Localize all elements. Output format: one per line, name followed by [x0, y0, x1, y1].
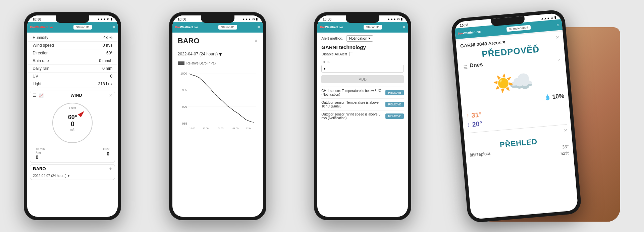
compass-arrow-icon	[78, 109, 86, 117]
stat-value-direction: 60°	[106, 51, 112, 55]
alert-item-1: Outdoor sensor: Temperature is above 18 …	[321, 98, 404, 110]
station-id-btn-4[interactable]: ID meteostaní	[506, 25, 531, 32]
stat-label-light: Light	[33, 82, 41, 86]
stat-label-humidity: Humidity	[33, 35, 48, 40]
baro-full-header: BARO ×	[172, 33, 263, 48]
wind-gust-label: Gust	[103, 147, 109, 151]
compass: From 60° 0 m/s	[52, 103, 93, 143]
baro-date-text-mini: 2022-04-07 (24 hours)	[33, 174, 66, 178]
time-1: 10:38	[33, 17, 41, 21]
alert-method-btn[interactable]: Notification ▾	[346, 35, 373, 42]
baro-legend-swatch	[178, 61, 184, 65]
wind-header-icons: ☰ 📈	[33, 93, 44, 98]
alert-item-0: CH 1 sensor: Temperature is below 8 °C (…	[321, 87, 404, 98]
compass-from-label: From	[69, 106, 76, 109]
station-id-btn-3[interactable]: Station ID	[364, 25, 382, 30]
alert-item-2: Outdoor sensor: Wind speed is above 5 m/…	[321, 110, 404, 122]
add-btn[interactable]: ADD	[321, 75, 404, 83]
battery-icon-2: ▮	[256, 17, 258, 21]
phone-3-screen: 10:38 ▲▲▲ ⊙ ▮ ProWeatherLive Station ID …	[317, 15, 408, 217]
forecast-modal: GARNI 2040 Arcus ▾ × PŘEDPOVĚĎ ☰ Dnes › …	[455, 31, 578, 218]
wind-footer: 10 min Avg 0 Gust 0	[30, 146, 115, 163]
alert-method-row: Alert method: Notification ▾	[321, 35, 404, 42]
disable-all-checkbox[interactable]	[349, 52, 353, 56]
forecast-day-arrow[interactable]: ›	[558, 56, 560, 62]
station-name-text: GARNI 2040 Arcus	[460, 40, 501, 49]
baro-date-mini: 2022-04-07 (24 hours) ▾	[30, 173, 115, 180]
phone-4: 10:38 ▲▲▲ ⊙ ▮ ProWeatherLive ID meteosta…	[450, 9, 582, 223]
svg-text:12:0: 12:0	[246, 127, 251, 130]
item-label: Item:	[321, 59, 404, 63]
wind-avg-stat: 10 min Avg 0	[36, 147, 45, 160]
baro-title-mini: BARO	[33, 166, 46, 171]
svg-text:04:03: 04:03	[218, 127, 224, 130]
wind-gust-stat: Gust 0	[103, 147, 109, 160]
compass-circle: From 60° 0 m/s	[52, 103, 93, 143]
menu-btn-1[interactable]: ≡	[112, 25, 115, 30]
phone-2-notch	[201, 15, 234, 23]
temp-high-value: 31°	[471, 111, 482, 120]
phone-1-screen: 10:38 ▲▲▲ ⊙ ▮ ProWeatherLive Station ID …	[27, 15, 118, 217]
svg-text:08:00: 08:00	[232, 127, 238, 130]
wind-header: ☰ 📈 WIND ×	[30, 91, 115, 100]
item-select[interactable]: ▾	[321, 65, 404, 73]
alert-title: GARNI technology	[321, 44, 404, 50]
menu-btn-3[interactable]: ≡	[402, 25, 405, 30]
phone-3-notch	[346, 15, 379, 23]
station-id-btn-1[interactable]: Station ID	[73, 25, 92, 30]
signal-icon-4: ▲▲▲	[540, 16, 550, 20]
alert-item-text-0: CH 1 sensor: Temperature is below 8 °C (…	[321, 89, 383, 96]
list-icon[interactable]: ☰	[33, 93, 37, 98]
baro-widget-mini: BARO + 2022-04-07 (24 hours) ▾	[30, 164, 115, 180]
baro-dropdown-icon[interactable]: ▾	[68, 174, 69, 178]
time-2: 10:38	[178, 17, 186, 21]
app-logo-3: ProWeatherLive	[320, 26, 343, 29]
disable-all-row: Disable All Alert	[321, 52, 404, 56]
station-dropdown-icon[interactable]: ▾	[502, 39, 505, 45]
compass-degrees: 60°	[68, 114, 77, 120]
remove-btn-1[interactable]: REMOVE	[385, 102, 404, 107]
compass-speed: 0	[68, 120, 77, 128]
baro-close-icon[interactable]: +	[109, 166, 112, 172]
app-logo-4: ProWeatherLive	[458, 30, 481, 35]
baro-close-btn[interactable]: ×	[254, 38, 257, 44]
stat-row-rainrate: Rain rate 0 mm/h	[27, 57, 118, 65]
remove-btn-0[interactable]: REMOVE	[385, 90, 404, 95]
bottom-close-btn[interactable]: ×	[564, 127, 568, 133]
forecast-day-label: Dnes	[469, 61, 483, 68]
svg-text:985: 985	[182, 122, 187, 125]
baro-full-title: BARO	[178, 37, 200, 45]
forecast-close-btn[interactable]: ×	[556, 34, 559, 40]
alert-method-value: Notification	[349, 36, 367, 40]
phone-4-container: 10:38 ▲▲▲ ⊙ ▮ ProWeatherLive ID meteosta…	[459, 10, 620, 222]
phone-1-notch	[56, 15, 89, 23]
compass-center: 60° 0 m/s	[68, 114, 77, 132]
stat-row-dailyrain: Daily rain 0 mm	[27, 65, 118, 73]
sun-icon: ☀️	[492, 72, 515, 93]
app-header-3: ProWeatherLive Station ID ≡	[317, 22, 408, 33]
baro-header-mini: BARO +	[30, 165, 115, 173]
baro-date-dropdown-icon[interactable]: ▾	[219, 51, 222, 57]
menu-btn-2[interactable]: ≡	[258, 25, 260, 30]
alerts-section: Alert method: Notification ▾ GARNI techn…	[317, 33, 408, 125]
chart-icon[interactable]: 📈	[39, 93, 44, 98]
stats-list-1: Humidity 43 % Wind speed 0 m/s Direction…	[27, 33, 118, 89]
forecast-station-name: GARNI 2040 Arcus ▾	[460, 39, 505, 49]
baro-chart-area: 1000 995 990 985 16:00 20:00 04:03 08:00…	[172, 66, 263, 138]
signal-icon-2: ▲▲▲	[242, 17, 251, 21]
svg-text:16:00: 16:00	[189, 127, 195, 130]
logo-main-1: WeatherLive	[35, 26, 53, 29]
phone-1: 10:38 ▲▲▲ ⊙ ▮ ProWeatherLive Station ID …	[24, 12, 121, 220]
wind-close-icon[interactable]: ×	[109, 92, 112, 98]
station-id-btn-2[interactable]: Station ID	[218, 25, 237, 30]
forecast-icon-area: ☀️ ☁️	[463, 66, 564, 98]
app-logo-1: ProWeatherLive	[30, 26, 53, 29]
battery-icon-3: ▮	[401, 17, 402, 21]
method-dropdown-icon: ▾	[368, 36, 370, 41]
time-4: 10:38	[460, 23, 468, 27]
wifi-icon-2: ⊙	[252, 17, 255, 21]
stat-row-light: Light 318 Lux	[27, 80, 118, 88]
remove-btn-2[interactable]: REMOVE	[385, 113, 404, 119]
menu-btn-4[interactable]: ≡	[556, 22, 560, 28]
prehled-humidity-value: 52%	[560, 150, 569, 156]
